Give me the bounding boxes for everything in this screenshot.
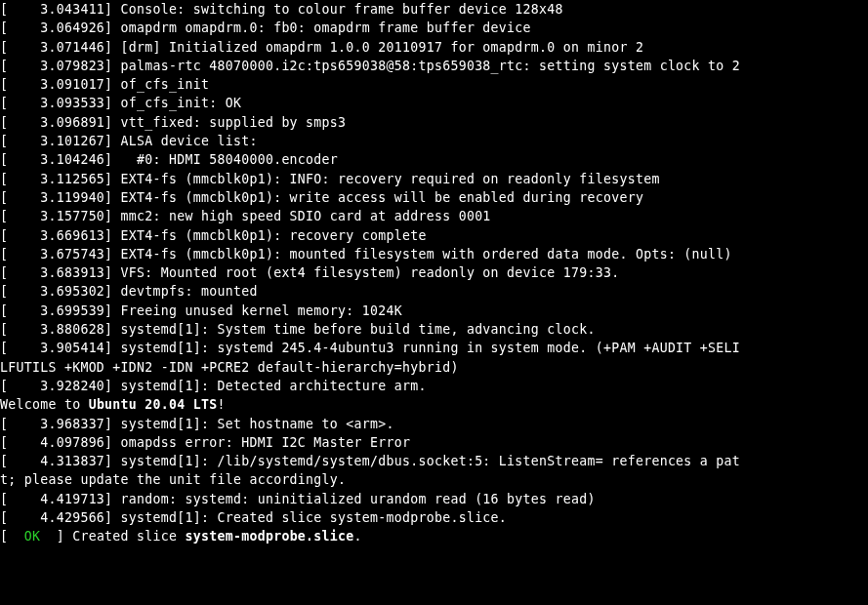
- log-line: [ 3.064926] omapdrm omapdrm.0: fb0: omap…: [0, 19, 868, 37]
- log-line: [ 3.683913] VFS: Mounted root (ext4 file…: [0, 263, 868, 282]
- log-line: [ 3.101267] ALSA device list:: [0, 132, 868, 150]
- log-line: [ 3.699539] Freeing unused kernel memory…: [0, 302, 868, 320]
- log-line: [ 4.429566] systemd[1]: Created slice sy…: [0, 508, 868, 527]
- log-line: [ 3.096891] vtt_fixed: supplied by smps3: [0, 113, 868, 132]
- log-wrap: LFUTILS +KMOD +IDN2 -IDN +PCRE2 default-…: [0, 358, 868, 377]
- slice-name: system-modprobe.slice: [186, 529, 354, 544]
- log-line: [ 3.905414] systemd[1]: systemd 245.4-4u…: [0, 339, 868, 357]
- log-line: [ 4.313837] systemd[1]: /lib/systemd/sys…: [0, 452, 868, 470]
- log-line: [ 3.880628] systemd[1]: System time befo…: [0, 320, 868, 339]
- log-line: [ 3.669613] EXT4-fs (mmcblk0p1): recover…: [0, 226, 868, 245]
- log-line: [ 4.419713] random: systemd: uninitializ…: [0, 490, 868, 508]
- log-wrap: t; please update the unit file according…: [0, 470, 868, 489]
- distro-name: Ubuntu 20.04 LTS: [89, 397, 218, 412]
- log-line: [ 3.119940] EXT4-fs (mmcblk0p1): write a…: [0, 188, 868, 207]
- log-line: [ 3.675743] EXT4-fs (mmcblk0p1): mounted…: [0, 245, 868, 263]
- status-ok: OK: [24, 529, 40, 544]
- log-line: [ 3.071446] [drm] Initialized omapdrm 1.…: [0, 38, 868, 57]
- log-line: [ 3.968337] systemd[1]: Set hostname to …: [0, 415, 868, 433]
- status-line: [ OK ] Created slice system-modprobe.sli…: [0, 527, 868, 545]
- boot-console: [ 3.043411] Console: switching to colour…: [0, 0, 868, 546]
- log-line: [ 3.079823] palmas-rtc 48070000.i2c:tps6…: [0, 57, 868, 75]
- log-line: [ 3.104246] #0: HDMI 58040000.encoder: [0, 150, 868, 169]
- log-line: [ 3.043411] Console: switching to colour…: [0, 0, 868, 19]
- log-line: [ 3.112565] EXT4-fs (mmcblk0p1): INFO: r…: [0, 170, 868, 188]
- log-line: [ 3.091017] of_cfs_init: [0, 75, 868, 94]
- log-line: [ 4.097896] omapdss error: HDMI I2C Mast…: [0, 433, 868, 452]
- welcome-line: Welcome to Ubuntu 20.04 LTS!: [0, 395, 868, 414]
- log-line: [ 3.157750] mmc2: new high speed SDIO ca…: [0, 207, 868, 225]
- log-line: [ 3.928240] systemd[1]: Detected archite…: [0, 377, 868, 395]
- log-line: [ 3.093533] of_cfs_init: OK: [0, 94, 868, 112]
- log-line: [ 3.695302] devtmpfs: mounted: [0, 282, 868, 301]
